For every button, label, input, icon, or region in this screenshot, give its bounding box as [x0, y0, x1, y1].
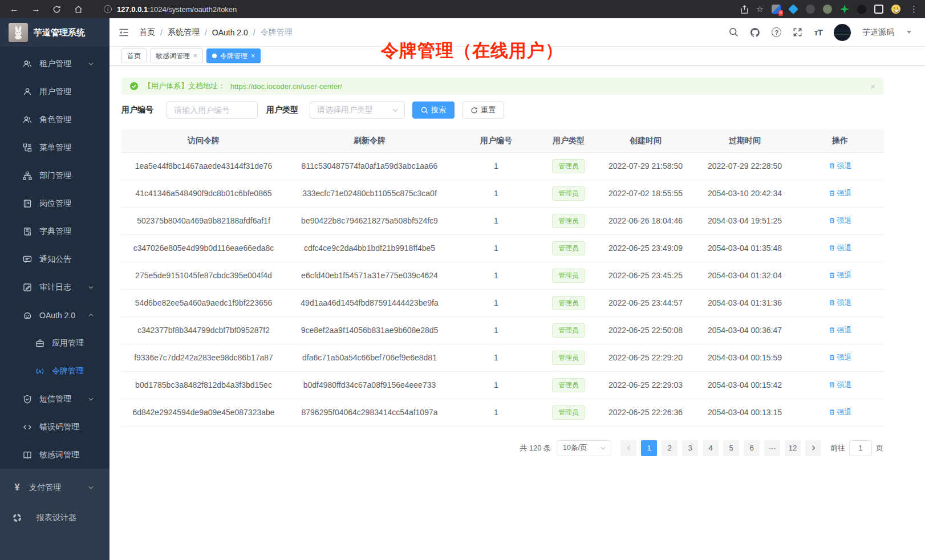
sidebar-item-oauth-app[interactable]: 应用管理 [0, 329, 109, 357]
profile-emoji-icon[interactable] [891, 5, 900, 14]
sidebar-item-menu[interactable]: 菜单管理 [0, 133, 109, 161]
sidebar-item-post[interactable]: 岗位管理 [0, 189, 109, 217]
tab-home[interactable]: 首页 [121, 48, 147, 63]
page-button-6[interactable]: 6 [744, 440, 760, 456]
sidebar-item-errcode[interactable]: 错误码管理 [0, 413, 109, 441]
force-logout-button[interactable]: 强退 [829, 352, 852, 363]
prev-page-button[interactable] [620, 440, 636, 456]
force-logout-button[interactable]: 强退 [829, 298, 852, 308]
col-expire-time: 过期时间 [693, 129, 797, 152]
avatar[interactable] [834, 24, 851, 41]
extension-dark-icon[interactable] [806, 5, 815, 14]
sidebar-menu: 租户管理 用户管理 角色管理 菜单管理 部门管理 岗位管理 [0, 47, 109, 469]
user-type-select[interactable]: 请选择用户类型 [310, 102, 405, 119]
sidebar-item-notice[interactable]: 通知公告 [0, 245, 109, 273]
reset-button[interactable]: 重置 [462, 102, 504, 119]
goto-page-input[interactable] [849, 440, 872, 456]
user-type-badge: 管理员 [552, 214, 585, 228]
sidebar-item-oauth[interactable]: OAuth 2.0 [0, 301, 109, 329]
page-button-3[interactable]: 3 [682, 440, 698, 456]
search-icon[interactable] [729, 27, 739, 37]
sidebar-item-report-designer[interactable]: 报表设计器 [0, 502, 109, 533]
tab-sensitive-words[interactable]: 敏感词管理 × [150, 48, 203, 63]
page-button-5[interactable]: 5 [723, 440, 739, 456]
breadcrumb-oauth[interactable]: OAuth 2.0 [212, 28, 248, 37]
extension-meet-icon[interactable]: 9 [772, 5, 781, 14]
force-logout-button[interactable]: 强退 [829, 407, 852, 417]
extension-gem-icon[interactable] [788, 4, 798, 14]
app-logo[interactable]: 芋道管理系统 [0, 18, 109, 47]
announcement-icon [23, 255, 32, 264]
force-logout-button[interactable]: 强退 [829, 216, 852, 226]
col-user-id: 用户编号 [453, 129, 539, 152]
share-icon[interactable] [741, 5, 748, 14]
page-ellipsis[interactable]: ··· [764, 440, 780, 456]
sidebar-item-sms[interactable]: 短信管理 [0, 385, 109, 413]
table-row: f9336e7c7dd242a283ee98dc86b17a87dfa6c71a… [121, 344, 883, 371]
open-book-icon [23, 451, 32, 460]
breadcrumb-current: 令牌管理 [261, 27, 293, 38]
collapse-sidebar-icon[interactable] [119, 28, 129, 37]
token-signal-icon: A [35, 367, 44, 376]
user-type-badge: 管理员 [552, 351, 585, 365]
tab-token-management[interactable]: 令牌管理 × [206, 48, 261, 63]
force-logout-button[interactable]: 强退 [829, 380, 852, 390]
extension-olive-icon[interactable] [823, 5, 832, 14]
sidebar-item-role[interactable]: 角色管理 [0, 105, 109, 133]
browser-menu-icon[interactable]: ⋮ [908, 4, 918, 14]
sidebar-item-dict[interactable]: 字典管理 [0, 217, 109, 245]
force-logout-button[interactable]: 强退 [829, 188, 852, 198]
caret-down-icon[interactable] [907, 31, 911, 34]
trash-icon [829, 381, 835, 388]
breadcrumb-home[interactable]: 首页 [139, 27, 155, 38]
sidebar-item-user[interactable]: 用户管理 [0, 78, 109, 105]
browser-reload-icon[interactable] [52, 5, 63, 14]
doc-link[interactable]: https://doc.iocoder.cn/user-center/ [230, 82, 342, 91]
extension-badge: 9 [778, 10, 783, 16]
site-info-icon[interactable]: i [104, 5, 112, 13]
table-header-row: 访问令牌 刷新令牌 用户编号 用户类型 创建时间 过期时间 操作 [121, 129, 883, 152]
next-page-button[interactable] [805, 440, 821, 456]
sidebar-item-pay[interactable]: ¥ 支付管理 [0, 472, 109, 502]
address-bar[interactable]: i 127.0.0.1:1024/system/oauth2/token [104, 5, 237, 14]
force-logout-button[interactable]: 强退 [829, 161, 852, 171]
browser-home-icon[interactable] [74, 5, 84, 14]
sidebar-item-tenant[interactable]: 租户管理 [0, 50, 109, 78]
alert-close-icon[interactable]: × [870, 82, 875, 91]
github-icon[interactable] [750, 27, 760, 38]
extension-pin-icon[interactable] [857, 5, 866, 14]
user-type-label: 用户类型 [266, 105, 298, 115]
page-size-select[interactable]: 10条/页 [557, 440, 611, 456]
force-logout-button[interactable]: 强退 [829, 243, 852, 253]
help-icon[interactable]: ? [772, 27, 781, 37]
extension-square-icon[interactable] [874, 5, 883, 14]
extension-star-icon[interactable] [840, 5, 849, 14]
font-size-icon[interactable]: тT [814, 27, 822, 37]
force-logout-button[interactable]: 强退 [829, 325, 852, 335]
table-row: 502375b8040a469a9b82188afdf6af1fbe90422b… [121, 207, 883, 234]
force-logout-button[interactable]: 强退 [829, 270, 852, 281]
user-type-badge: 管理员 [552, 323, 585, 338]
sidebar-item-oauth-token[interactable]: A 令牌管理 [0, 357, 109, 385]
close-icon[interactable]: × [251, 52, 255, 60]
search-button[interactable]: 搜索 [412, 102, 455, 119]
page-button-4[interactable]: 4 [703, 440, 719, 456]
browser-forward-icon[interactable]: → [31, 4, 41, 14]
browser-back-icon[interactable]: ← [9, 4, 19, 14]
user-id-input[interactable] [167, 102, 258, 119]
username[interactable]: 芋道源码 [862, 27, 894, 38]
bookmark-star-icon[interactable]: ☆ [756, 4, 764, 14]
segmented-circle-icon [13, 513, 22, 522]
url-host: 127.0.0.1 [117, 5, 148, 14]
sidebar-item-audit[interactable]: 审计日志 [0, 273, 109, 301]
roles-icon [23, 115, 32, 124]
fullscreen-icon[interactable] [793, 27, 802, 37]
sidebar-item-dept[interactable]: 部门管理 [0, 161, 109, 189]
page-button-2[interactable]: 2 [662, 440, 677, 456]
page-button-12[interactable]: 12 [785, 440, 801, 456]
page-button-1[interactable]: 1 [641, 440, 657, 456]
sidebar-item-sensitive[interactable]: 敏感词管理 [0, 441, 109, 469]
user-type-badge: 管理员 [552, 159, 585, 173]
close-icon[interactable]: × [193, 52, 197, 60]
breadcrumb-system[interactable]: 系统管理 [168, 27, 200, 38]
